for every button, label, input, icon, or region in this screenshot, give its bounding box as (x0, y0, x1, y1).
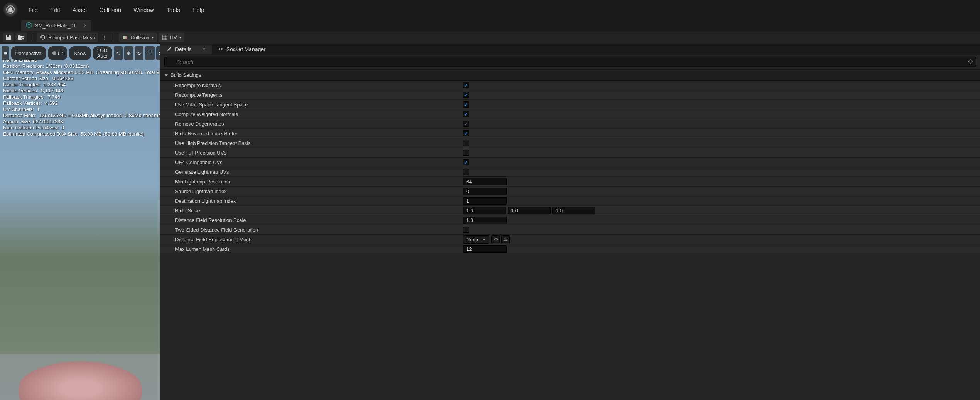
vector-input (463, 207, 595, 214)
menu-asset[interactable]: Asset (66, 4, 93, 15)
reimport-button[interactable]: Reimport Base Mesh (37, 33, 98, 42)
checkbox[interactable] (463, 150, 469, 156)
search-input[interactable] (164, 57, 976, 67)
close-icon[interactable]: × (202, 46, 206, 52)
show-button[interactable]: Show (69, 46, 91, 60)
property-value (458, 121, 980, 127)
property-value (458, 82, 980, 88)
property-label: Min Lightmap Resolution (160, 179, 458, 185)
menu-help[interactable]: Help (186, 4, 211, 15)
property-label: Use High Precision Tangent Basis (160, 140, 458, 146)
number-input[interactable] (463, 178, 507, 185)
number-input[interactable] (463, 197, 507, 205)
asset-tab[interactable]: SM_RockFlats_01 × (21, 20, 91, 31)
menubar: File Edit Asset Collision Window Tools H… (0, 0, 980, 19)
more-icon[interactable]: ≫ (156, 46, 160, 60)
checkbox[interactable] (463, 227, 469, 233)
save-button[interactable] (3, 33, 14, 42)
property-row: Min Lightmap Resolution (160, 177, 980, 187)
checkbox[interactable] (463, 140, 469, 146)
checkbox[interactable] (463, 121, 469, 127)
svg-point-6 (221, 48, 223, 50)
socket-icon (218, 46, 223, 53)
select-mode-icon[interactable]: ↖ (114, 46, 123, 60)
menu-file[interactable]: File (22, 4, 44, 15)
asset-dropdown[interactable]: None (463, 235, 489, 244)
details-tab[interactable]: Details × (160, 45, 212, 54)
viewport-options-button[interactable]: ≡ (2, 46, 9, 60)
svg-point-3 (124, 36, 127, 39)
uv-dropdown[interactable]: UV ▾ (159, 33, 184, 42)
property-row: Use High Precision Tangent Basis (160, 138, 980, 148)
property-row: Use Full Precision UVs (160, 148, 980, 158)
socket-manager-tab[interactable]: Socket Manager (212, 45, 272, 54)
details-tab-label: Details (175, 46, 192, 52)
panel-tabs: Details × Socket Manager (160, 44, 980, 55)
property-value (458, 197, 980, 205)
checkbox[interactable] (463, 92, 469, 98)
move-mode-icon[interactable]: ✥ (124, 46, 133, 60)
toolbar-separator (114, 33, 114, 42)
property-value (458, 178, 980, 185)
property-row: UE4 Compatible UVs (160, 158, 980, 167)
browse-button[interactable] (15, 33, 27, 42)
property-value (458, 130, 980, 136)
checkbox[interactable] (463, 82, 469, 88)
menu-collision[interactable]: Collision (93, 4, 128, 15)
checkbox[interactable] (463, 130, 469, 136)
property-label: Compute Weighted Normals (160, 111, 458, 117)
number-input[interactable] (463, 188, 507, 195)
settings-icon[interactable] (968, 59, 973, 66)
main-area: ≡ Perspective Lit Show LOD Auto ↖ ✥ ↻ ⛶ … (0, 44, 980, 400)
viewport-stats-overlay: Nanite Enabled Position Precision: 1/32c… (3, 57, 160, 137)
checkbox[interactable] (463, 101, 469, 108)
browse-asset-icon[interactable]: 🗀 (501, 235, 510, 243)
property-row: Distance Field Replacement MeshNone⟲🗀 (160, 235, 980, 244)
number-input[interactable] (552, 207, 595, 214)
property-label: Use Full Precision UVs (160, 150, 458, 156)
property-value (458, 227, 980, 233)
property-list: Recompute NormalsRecompute TangentsUse M… (160, 81, 980, 254)
checkbox[interactable] (463, 169, 469, 175)
property-label: Distance Field Replacement Mesh (160, 237, 458, 242)
property-label: Generate Lightmap UVs (160, 169, 458, 175)
menu-tools[interactable]: Tools (160, 4, 186, 15)
property-row: Two-Sided Distance Field Generation (160, 225, 980, 235)
rotate-mode-icon[interactable]: ↻ (135, 46, 143, 60)
property-value (458, 140, 980, 146)
use-selected-icon[interactable]: ⟲ (491, 235, 500, 243)
lit-button[interactable]: Lit (48, 46, 68, 60)
property-label: Destination Lightmap Index (160, 198, 458, 204)
tab-close-icon[interactable]: × (84, 22, 87, 29)
menu-window[interactable]: Window (127, 4, 160, 15)
perspective-button[interactable]: Perspective (11, 46, 46, 60)
collision-label: Collision (130, 35, 149, 40)
build-settings-header[interactable]: Build Settings (160, 70, 980, 81)
collision-dropdown[interactable]: Collision ▾ (119, 33, 157, 42)
property-row: Generate Lightmap UVs (160, 167, 980, 177)
checkbox[interactable] (463, 111, 469, 117)
viewport-toolbar: ≡ Perspective Lit Show LOD Auto ↖ ✥ ↻ ⛶ … (2, 46, 160, 60)
number-input[interactable] (463, 207, 506, 214)
menu-edit[interactable]: Edit (44, 4, 66, 15)
viewport[interactable]: ≡ Perspective Lit Show LOD Auto ↖ ✥ ↻ ⛶ … (0, 44, 160, 400)
lod-button[interactable]: LOD Auto (93, 46, 112, 60)
property-label: Remove Degenerates (160, 121, 458, 127)
reimport-options-icon[interactable]: ⋮ (102, 35, 107, 40)
checkbox[interactable] (463, 159, 469, 165)
property-label: Build Scale (160, 208, 458, 213)
property-value (458, 111, 980, 117)
property-label: Recompute Normals (160, 82, 458, 88)
number-input[interactable] (463, 217, 507, 224)
chevron-down-icon: ▾ (152, 35, 154, 40)
number-input[interactable] (508, 207, 551, 214)
uv-label: UV (170, 35, 177, 40)
property-row: Source Lightmap Index (160, 187, 980, 196)
property-label: Source Lightmap Index (160, 188, 458, 194)
property-row: Remove Degenerates (160, 119, 980, 129)
unreal-logo[interactable] (3, 2, 18, 17)
svg-rect-4 (162, 35, 167, 40)
scale-mode-icon[interactable]: ⛶ (145, 46, 155, 60)
number-input[interactable] (463, 245, 507, 253)
disclosure-icon (164, 74, 168, 76)
